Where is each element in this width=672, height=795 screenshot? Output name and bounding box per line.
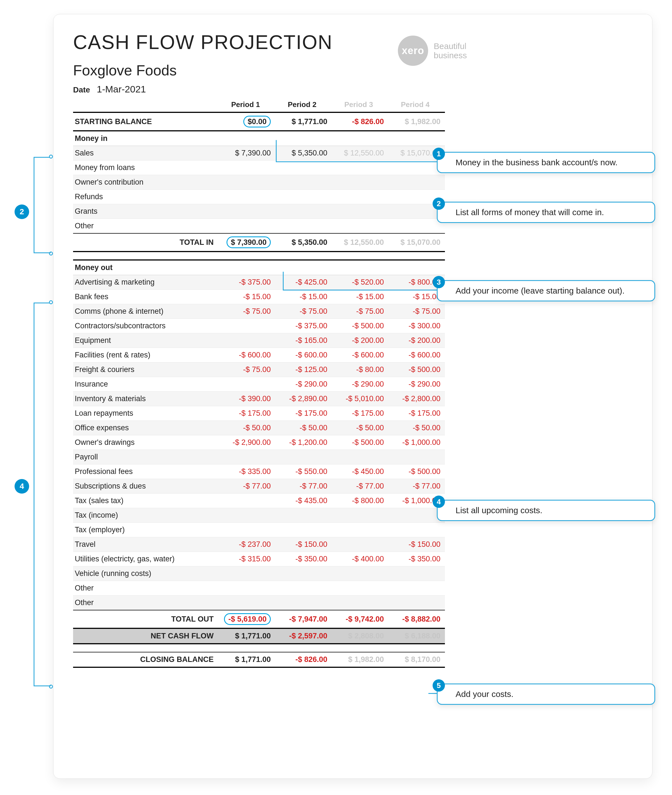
table-row: Money in [73,131,445,146]
cell: -$ 826.00 [332,112,388,131]
cell: -$ 80.00 [332,362,388,377]
table-row: Owner's contribution [73,175,445,190]
table-row: Inventory & materials-$ 390.00-$ 2,890.0… [73,392,445,406]
connector-3a [283,272,284,290]
row-label: Facilities (rent & rates) [73,348,219,362]
cell: -$ 450.00 [332,465,388,479]
cell [275,175,332,190]
cell [388,566,445,581]
cell: -$ 425.00 [275,275,332,290]
cell [275,204,332,219]
cell [275,450,332,465]
table-row: Sales$ 7,390.00$ 5,350.00$ 12,550.00$ 15… [73,146,445,160]
table-row: Tax (income) [73,508,445,523]
row-label: CLOSING BALANCE [73,652,219,667]
callout-2-badge: 2 [433,197,445,210]
cell [275,566,332,581]
cell [219,508,275,523]
row-label: Grants [73,204,219,219]
table-row: Loan repayments-$ 175.00-$ 175.00-$ 175.… [73,406,445,421]
row-label: Office expenses [73,421,219,435]
cell: $ 6,188.00 [388,628,445,644]
row-label: Refunds [73,190,219,204]
cell [219,566,275,581]
cell [388,523,445,537]
table-row: Vehicle (running costs) [73,566,445,581]
cell: -$ 150.00 [388,537,445,552]
cell [388,175,445,190]
cell: -$ 290.00 [332,377,388,392]
cell: -$ 7,947.00 [275,610,332,628]
table-row: Refunds [73,190,445,204]
cell: -$ 826.00 [275,652,332,667]
table-row: Money from loans [73,160,445,175]
callout-4-text: List all upcoming costs. [456,506,542,515]
cell: -$ 175.00 [219,406,275,421]
col-period-1: Period 1 [219,98,275,112]
table-row: Owner's drawings-$ 2,900.00-$ 1,200.00-$… [73,435,445,450]
callout-5: 5 Add your costs. [437,683,655,705]
row-label: Other [73,596,219,611]
cell: -$ 500.00 [388,362,445,377]
cell: $ 1,982.00 [332,652,388,667]
cell: -$ 375.00 [275,319,332,333]
cell: -$ 290.00 [388,377,445,392]
cell: $ 2,808.00 [332,628,388,644]
cell [332,450,388,465]
cell: -$ 125.00 [275,362,332,377]
row-label: Money out [73,260,219,275]
cell [219,175,275,190]
cell: -$ 165.00 [275,333,332,348]
cell: -$ 9,742.00 [332,610,388,628]
cell [332,581,388,596]
table-row: STARTING BALANCE$0.00$ 1,771.00-$ 826.00… [73,112,445,131]
row-label: Equipment [73,333,219,348]
table-row: Advertising & marketing-$ 375.00-$ 425.0… [73,275,445,290]
cell: -$ 2,800.00 [388,392,445,406]
table-row: Travel-$ 237.00-$ 150.00-$ 150.00 [73,537,445,552]
row-label: Inventory & materials [73,392,219,406]
table-row: TOTAL OUT-$ 5,619.00-$ 7,947.00-$ 9,742.… [73,610,445,628]
brand-tagline-1: Beautiful [434,42,467,51]
cell [275,260,332,275]
cell: -$ 175.00 [275,406,332,421]
col-period-3: Period 3 [332,98,388,112]
cell [219,333,275,348]
table-row: Contractors/subcontractors-$ 375.00-$ 50… [73,319,445,333]
cell [219,494,275,508]
cell: -$ 5,010.00 [332,392,388,406]
cash-flow-table: Period 1 Period 2 Period 3 Period 4 STAR… [73,98,445,668]
cell: -$ 75.00 [219,362,275,377]
row-label: Money from loans [73,160,219,175]
cell [388,450,445,465]
row-label: TOTAL IN [73,233,219,252]
row-label: Vehicle (running costs) [73,566,219,581]
cell: -$ 8,882.00 [388,610,445,628]
cell [388,508,445,523]
cell: -$ 600.00 [332,348,388,362]
cell [275,131,332,146]
row-label: Sales [73,146,219,160]
cell [219,581,275,596]
cell [219,204,275,219]
cell: -$ 600.00 [275,348,332,362]
cell [332,566,388,581]
table-row: Grants [73,204,445,219]
projection-sheet: xero Beautiful business CASH FLOW PROJEC… [53,14,653,779]
row-label: Owner's contribution [73,175,219,190]
row-label: Money in [73,131,219,146]
row-label: Payroll [73,450,219,465]
cell: $ 7,390.00 [219,233,275,252]
cell: -$ 15.00 [219,290,275,304]
page-title: CASH FLOW PROJECTION [73,31,638,53]
brand-tagline: Beautiful business [434,42,467,60]
cell: $0.00 [219,112,275,131]
table-row: Payroll [73,450,445,465]
cell: -$ 15.00 [275,290,332,304]
table-row: Insurance-$ 290.00-$ 290.00-$ 290.00 [73,377,445,392]
table-row: Equipment-$ 165.00-$ 200.00-$ 200.00 [73,333,445,348]
table-row: Comms (phone & internet)-$ 75.00-$ 75.00… [73,304,445,319]
cell [332,596,388,611]
cell: -$ 50.00 [219,421,275,435]
cell [219,319,275,333]
